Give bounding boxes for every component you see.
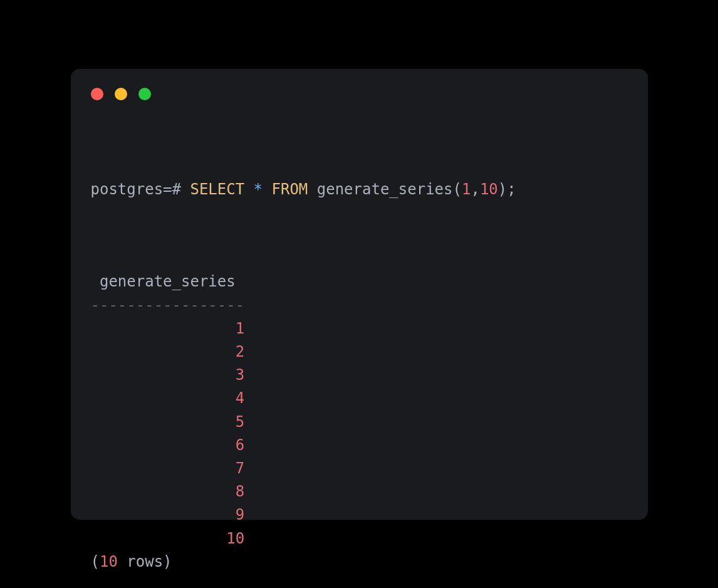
terminal-content[interactable]: postgres=# SELECT * FROM generate_series… [91, 132, 628, 589]
traffic-lights [91, 88, 628, 100]
select-keyword: SELECT [190, 181, 244, 198]
result-row: 8 [91, 480, 628, 503]
result-row: 1 [91, 317, 628, 340]
command-line: postgres=# SELECT * FROM generate_series… [91, 178, 628, 201]
maximize-icon[interactable] [138, 88, 151, 100]
result-row: 2 [91, 340, 628, 364]
result-row: 6 [91, 434, 628, 457]
result-row: 7 [91, 457, 628, 480]
minimize-icon[interactable] [115, 88, 127, 100]
result-row: 3 [91, 364, 628, 387]
result-row: 4 [91, 387, 628, 410]
semicolon: ; [507, 181, 516, 198]
arg2: 10 [480, 181, 498, 198]
prompt: postgres=# [91, 181, 182, 198]
close-icon[interactable] [91, 88, 103, 100]
star-operator: * [254, 181, 263, 198]
function-name: generate_series [317, 181, 453, 198]
close-paren: ) [498, 181, 507, 198]
result-row: 9 [91, 503, 628, 527]
query-results: generate_series ----------------- 123456… [91, 270, 628, 573]
column-header: generate_series [91, 273, 245, 290]
result-row: 5 [91, 411, 628, 434]
divider-line: ----------------- [91, 297, 245, 314]
result-row: 10 [91, 527, 628, 550]
from-keyword: FROM [272, 181, 308, 198]
comma: , [471, 181, 479, 198]
terminal-window: postgres=# SELECT * FROM generate_series… [71, 69, 648, 520]
open-paren: ( [453, 181, 462, 198]
row-count-footer: (10 rows) [91, 553, 172, 570]
arg1: 1 [462, 181, 471, 198]
